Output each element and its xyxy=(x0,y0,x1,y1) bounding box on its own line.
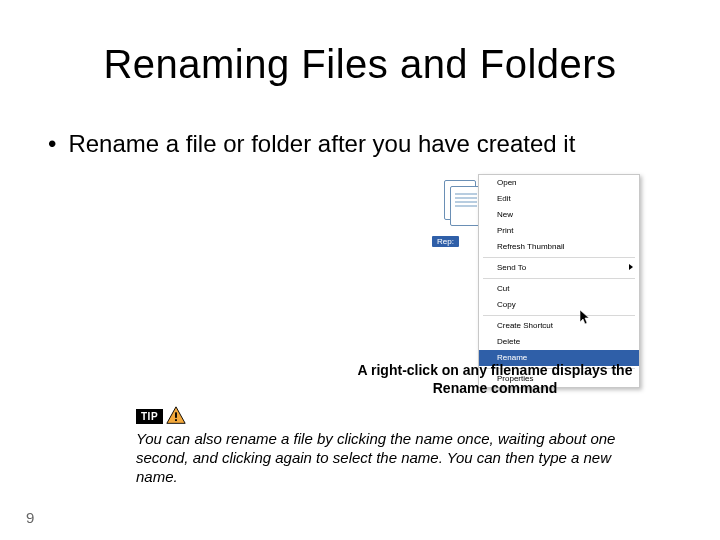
menu-separator xyxy=(483,315,635,316)
warning-icon xyxy=(165,405,187,427)
menu-item-new[interactable]: New xyxy=(479,207,639,223)
menu-item-cut[interactable]: Cut xyxy=(479,281,639,297)
menu-item-copy[interactable]: Copy xyxy=(479,297,639,313)
file-label: Rep: xyxy=(432,236,459,247)
page-number: 9 xyxy=(26,509,34,526)
menu-separator xyxy=(483,257,635,258)
context-menu-figure: Rep: Open Edit New Print Refresh Thumbna… xyxy=(432,174,640,358)
menu-item-refresh-thumbnail[interactable]: Refresh Thumbnail xyxy=(479,239,639,255)
context-menu: Open Edit New Print Refresh Thumbnail Se… xyxy=(478,174,640,388)
menu-item-open[interactable]: Open xyxy=(479,175,639,191)
document-icon xyxy=(440,178,482,228)
menu-item-delete[interactable]: Delete xyxy=(479,334,639,350)
tip-badge: TIP xyxy=(136,402,188,430)
figure-caption: A right-click on any filename displays t… xyxy=(330,362,660,397)
menu-item-create-shortcut[interactable]: Create Shortcut xyxy=(479,318,639,334)
slide-title: Renaming Files and Folders xyxy=(0,42,720,87)
bullet-text: Rename a file or folder after you have c… xyxy=(68,130,575,159)
menu-separator xyxy=(483,278,635,279)
svg-rect-3 xyxy=(175,419,177,421)
bullet-item: • Rename a file or folder after you have… xyxy=(48,130,672,159)
menu-item-send-to[interactable]: Send To xyxy=(479,260,639,276)
tip-text: You can also rename a file by clicking t… xyxy=(136,430,636,486)
slide: Renaming Files and Folders • Rename a fi… xyxy=(0,0,720,540)
svg-rect-2 xyxy=(175,412,177,418)
bullet-dot: • xyxy=(48,130,56,159)
menu-item-edit[interactable]: Edit xyxy=(479,191,639,207)
tip-label: TIP xyxy=(136,409,163,424)
menu-item-print[interactable]: Print xyxy=(479,223,639,239)
